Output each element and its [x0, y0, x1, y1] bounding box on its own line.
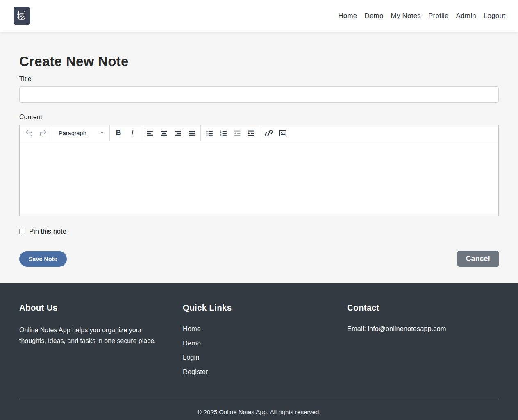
app-logo[interactable]: [14, 7, 30, 25]
paragraph-format-select[interactable]: Paragraph: [55, 127, 107, 139]
history-group: [20, 125, 52, 141]
nav-link-home[interactable]: Home: [338, 12, 357, 20]
editor-toolbar: Paragraph B I: [20, 125, 498, 141]
footer-contact-email: Email: info@onlinenotesapp.com: [347, 325, 499, 333]
footer-link-demo[interactable]: Demo: [183, 339, 201, 347]
footer-about-text: Online Notes App helps you organize your…: [19, 325, 159, 346]
pin-note-checkbox[interactable]: [19, 229, 25, 234]
svg-text:3: 3: [220, 134, 222, 137]
undo-icon: [25, 129, 34, 138]
footer-link-home[interactable]: Home: [183, 325, 201, 332]
outdent-button[interactable]: [231, 127, 243, 139]
redo-icon: [39, 129, 48, 138]
navbar: Home Demo My Notes Profile Admin Logout: [0, 0, 518, 32]
insert-image-button[interactable]: [277, 127, 289, 139]
italic-icon: I: [131, 129, 133, 137]
indent-button[interactable]: [245, 127, 257, 139]
numbered-list-icon: 123: [219, 129, 228, 138]
bullet-list-icon: [205, 129, 214, 138]
footer-link-register[interactable]: Register: [183, 368, 208, 375]
align-left-icon: [145, 129, 154, 138]
nav-link-logout[interactable]: Logout: [484, 12, 505, 20]
align-justify-icon: [187, 129, 196, 138]
indent-icon: [247, 129, 256, 138]
align-left-button[interactable]: [144, 127, 156, 139]
form-actions: Save Note Cancel: [19, 251, 499, 267]
cancel-button[interactable]: Cancel: [457, 251, 499, 267]
list-group: 123: [201, 125, 260, 141]
footer: About Us Online Notes App helps you orga…: [0, 283, 518, 420]
pin-note-label: Pin this note: [29, 227, 66, 235]
footer-quick-links-section: Quick Links Home Demo Login Register: [179, 303, 339, 382]
nav-link-profile[interactable]: Profile: [428, 12, 449, 20]
chevron-down-icon: [99, 129, 105, 137]
format-group: Paragraph: [52, 125, 110, 141]
text-style-group: B I: [110, 125, 141, 141]
nav-links: Home Demo My Notes Profile Admin Logout: [338, 12, 505, 20]
link-icon: [264, 129, 273, 138]
rich-text-editor: Paragraph B I: [19, 125, 499, 216]
insert-link-button[interactable]: [263, 127, 275, 139]
pin-note-row[interactable]: Pin this note: [19, 227, 499, 235]
footer-contact-section: Contact Email: info@onlinenotesapp.com: [339, 303, 499, 382]
bold-icon: B: [116, 129, 121, 137]
format-select-value: Paragraph: [59, 130, 86, 136]
undo-button[interactable]: [23, 127, 35, 139]
align-right-button[interactable]: [172, 127, 184, 139]
footer-link-login[interactable]: Login: [183, 354, 199, 361]
nav-link-demo[interactable]: Demo: [364, 12, 383, 20]
footer-about-section: About Us Online Notes App helps you orga…: [19, 303, 179, 382]
bold-button[interactable]: B: [112, 127, 125, 139]
title-label: Title: [19, 75, 499, 83]
numbered-list-button[interactable]: 123: [217, 127, 229, 139]
main-content: Create New Note Title Content: [0, 32, 518, 283]
align-justify-button[interactable]: [186, 127, 198, 139]
footer-quick-links-heading: Quick Links: [183, 303, 339, 313]
footer-about-heading: About Us: [19, 303, 179, 313]
align-center-icon: [159, 129, 168, 138]
title-input[interactable]: [19, 86, 499, 103]
outdent-icon: [233, 129, 242, 138]
copyright-text: © 2025 Online Notes App. All rights rese…: [19, 399, 499, 420]
save-note-button[interactable]: Save Note: [19, 251, 67, 267]
nav-link-admin[interactable]: Admin: [456, 12, 476, 20]
align-center-button[interactable]: [158, 127, 170, 139]
align-right-icon: [173, 129, 182, 138]
footer-contact-heading: Contact: [347, 303, 499, 313]
nav-link-my-notes[interactable]: My Notes: [391, 12, 421, 20]
bullet-list-button[interactable]: [203, 127, 216, 139]
editor-content-area[interactable]: [20, 141, 498, 216]
page-title: Create New Note: [19, 54, 499, 69]
redo-button[interactable]: [37, 127, 49, 139]
insert-group: [260, 125, 291, 141]
notepad-pencil-icon: [16, 9, 27, 23]
alignment-group: [141, 125, 201, 141]
italic-button[interactable]: I: [126, 127, 139, 139]
content-label: Content: [19, 114, 499, 121]
image-icon: [278, 129, 287, 138]
